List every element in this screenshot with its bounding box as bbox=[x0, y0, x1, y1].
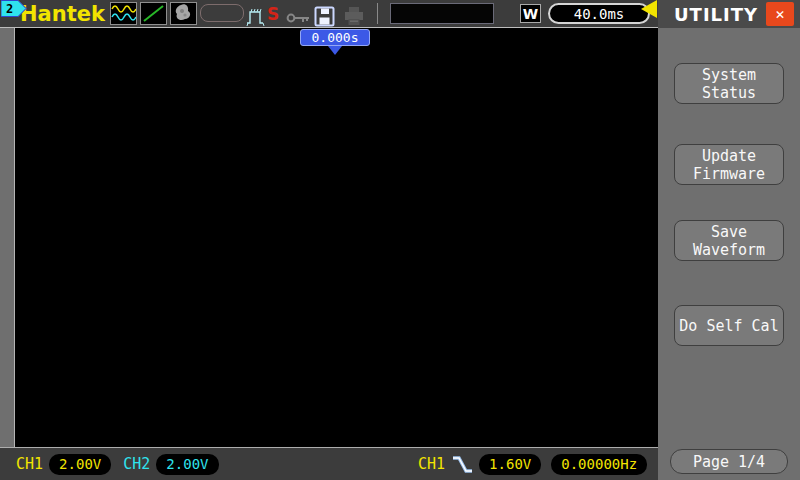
channel-scales: CH1 2.00V CH2 2.00V bbox=[16, 448, 219, 480]
trigger-source-label: CH1 bbox=[418, 455, 445, 473]
scope-display bbox=[14, 28, 658, 447]
ch2-label: CH2 bbox=[123, 455, 150, 473]
stop-indicator: S bbox=[267, 0, 279, 27]
window-mode-badge: W bbox=[520, 4, 541, 23]
button-label-line1: Update bbox=[702, 147, 756, 165]
green-line-icon bbox=[141, 3, 166, 24]
dual-sine-icon bbox=[111, 3, 136, 24]
save-disk-icon[interactable] bbox=[314, 3, 335, 30]
button-label-line2: Status bbox=[702, 84, 756, 102]
waveform-preview[interactable] bbox=[390, 3, 494, 24]
trigger-position-tag[interactable]: 0.000s bbox=[300, 29, 370, 46]
button-label-line1: System bbox=[702, 66, 756, 84]
svg-text:2: 2 bbox=[6, 2, 13, 16]
utility-menu-panel: UTILITY ✕ System Status Update Firmware … bbox=[658, 0, 800, 480]
update-firmware-button[interactable]: Update Firmware bbox=[674, 144, 784, 185]
ramp-line-icon[interactable] bbox=[140, 2, 167, 25]
menu-header: UTILITY ✕ bbox=[658, 0, 800, 28]
button-label-line2: Waveform bbox=[693, 241, 765, 259]
page-button[interactable]: Page 1/4 bbox=[670, 449, 788, 474]
top-toolbar: Hantek bbox=[0, 0, 658, 28]
close-button[interactable]: ✕ bbox=[766, 2, 794, 26]
frequency-readout: 0.00000Hz bbox=[551, 454, 647, 475]
key-lock-icon bbox=[286, 4, 311, 31]
button-label-line1: Do Self Cal bbox=[679, 317, 778, 335]
hantek-logo: Hantek bbox=[20, 0, 105, 27]
close-icon: ✕ bbox=[775, 5, 784, 23]
ch1-scale-readout: 2.00V bbox=[49, 454, 111, 475]
toolbar-icon-row bbox=[110, 0, 197, 27]
timebase-readout: 40.0ms bbox=[548, 3, 650, 24]
toolbar-divider bbox=[377, 3, 378, 24]
hand-icon bbox=[171, 3, 196, 24]
status-slot bbox=[200, 4, 244, 22]
hand-cursor-icon[interactable] bbox=[170, 2, 197, 25]
do-self-cal-button[interactable]: Do Self Cal bbox=[674, 305, 784, 346]
ch1-label: CH1 bbox=[16, 455, 43, 473]
preview-wave bbox=[391, 4, 493, 23]
printer-icon bbox=[343, 3, 365, 30]
oscilloscope-screen: Hantek bbox=[0, 0, 800, 480]
scope-graticule bbox=[15, 28, 658, 447]
menu-title: UTILITY bbox=[674, 4, 758, 25]
ch2-ground-marker[interactable]: 2 bbox=[1, 0, 28, 17]
save-waveform-button[interactable]: Save Waveform bbox=[674, 220, 784, 261]
button-label-line1: Save bbox=[711, 223, 747, 241]
trigger-status: CH1 1.60V 0.00000Hz bbox=[418, 448, 647, 480]
channels-waveform-icon[interactable] bbox=[110, 2, 137, 25]
ch2-scale-readout: 2.00V bbox=[156, 454, 218, 475]
button-label-line2: Firmware bbox=[693, 165, 765, 183]
trigger-pulse-icon bbox=[246, 3, 266, 30]
system-status-button[interactable]: System Status bbox=[674, 63, 784, 104]
trigger-level-marker[interactable] bbox=[641, 0, 657, 18]
trigger-position-pointer bbox=[328, 46, 342, 55]
bottom-status-bar: CH1 2.00V CH2 2.00V CH1 1.60V 0.00000Hz bbox=[0, 447, 658, 480]
trigger-level-readout: 1.60V bbox=[479, 454, 541, 475]
falling-edge-icon bbox=[451, 453, 473, 475]
